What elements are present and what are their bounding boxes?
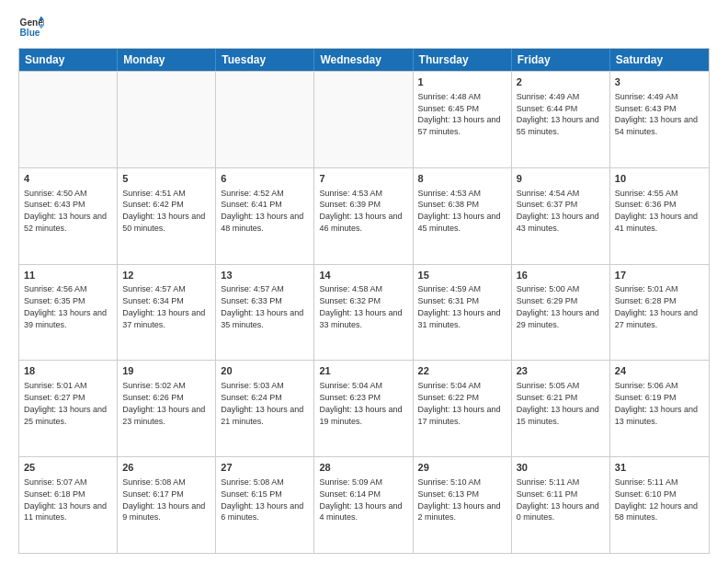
day-number: 8 xyxy=(418,172,506,186)
cell-info: Sunrise: 4:48 AMSunset: 6:45 PMDaylight:… xyxy=(418,92,501,136)
page-header: General Blue xyxy=(18,15,710,40)
day-number: 6 xyxy=(221,172,309,186)
calendar-row-1: 1Sunrise: 4:48 AMSunset: 6:45 PMDaylight… xyxy=(19,71,709,167)
svg-text:Blue: Blue xyxy=(20,28,40,38)
cell-info: Sunrise: 5:08 AMSunset: 6:15 PMDaylight:… xyxy=(221,477,303,522)
calendar-cell-27: 27Sunrise: 5:08 AMSunset: 6:15 PMDayligh… xyxy=(216,457,314,553)
cell-info: Sunrise: 5:02 AMSunset: 6:26 PMDaylight:… xyxy=(122,381,205,425)
day-number: 7 xyxy=(319,172,407,186)
calendar-header: SundayMondayTuesdayWednesdayThursdayFrid… xyxy=(19,49,709,71)
cell-info: Sunrise: 4:53 AMSunset: 6:38 PMDaylight:… xyxy=(418,189,501,233)
calendar-row-4: 18Sunrise: 5:01 AMSunset: 6:27 PMDayligh… xyxy=(19,360,709,456)
weekday-header-saturday: Saturday xyxy=(610,49,709,71)
weekday-header-sunday: Sunday xyxy=(19,49,118,71)
weekday-header-monday: Monday xyxy=(118,49,216,71)
day-number: 2 xyxy=(517,75,605,89)
cell-info: Sunrise: 4:51 AMSunset: 6:42 PMDaylight:… xyxy=(122,189,205,233)
day-number: 17 xyxy=(615,269,704,282)
day-number: 16 xyxy=(517,269,605,282)
day-number: 24 xyxy=(615,364,704,378)
cell-info: Sunrise: 4:54 AMSunset: 6:37 PMDaylight:… xyxy=(517,189,599,233)
cell-info: Sunrise: 5:04 AMSunset: 6:23 PMDaylight:… xyxy=(319,381,402,425)
day-number: 10 xyxy=(615,172,704,186)
calendar-cell-26: 26Sunrise: 5:08 AMSunset: 6:17 PMDayligh… xyxy=(118,457,216,553)
calendar-cell-13: 13Sunrise: 4:57 AMSunset: 6:33 PMDayligh… xyxy=(216,265,314,361)
cell-info: Sunrise: 4:49 AMSunset: 6:43 PMDaylight:… xyxy=(615,92,698,136)
weekday-header-friday: Friday xyxy=(512,49,610,71)
calendar-body: 1Sunrise: 4:48 AMSunset: 6:45 PMDaylight… xyxy=(19,71,709,553)
cell-info: Sunrise: 4:52 AMSunset: 6:41 PMDaylight:… xyxy=(221,189,303,233)
calendar-cell-1: 1Sunrise: 4:48 AMSunset: 6:45 PMDaylight… xyxy=(414,72,512,167)
cell-info: Sunrise: 4:49 AMSunset: 6:44 PMDaylight:… xyxy=(517,92,599,136)
calendar-cell-11: 11Sunrise: 4:56 AMSunset: 6:35 PMDayligh… xyxy=(19,265,118,361)
cell-info: Sunrise: 5:06 AMSunset: 6:19 PMDaylight:… xyxy=(615,381,698,425)
calendar-cell-4: 4Sunrise: 4:50 AMSunset: 6:43 PMDaylight… xyxy=(19,168,118,264)
day-number: 26 xyxy=(122,461,210,475)
calendar-cell-15: 15Sunrise: 4:59 AMSunset: 6:31 PMDayligh… xyxy=(414,265,512,361)
calendar-row-2: 4Sunrise: 4:50 AMSunset: 6:43 PMDaylight… xyxy=(19,167,709,264)
calendar-cell-17: 17Sunrise: 5:01 AMSunset: 6:28 PMDayligh… xyxy=(610,265,709,361)
day-number: 28 xyxy=(319,461,407,475)
weekday-header-tuesday: Tuesday xyxy=(216,49,314,71)
cell-info: Sunrise: 4:56 AMSunset: 6:35 PMDaylight:… xyxy=(24,284,107,328)
day-number: 31 xyxy=(615,461,704,475)
day-number: 25 xyxy=(24,461,112,475)
calendar-cell-7: 7Sunrise: 4:53 AMSunset: 6:39 PMDaylight… xyxy=(314,168,413,264)
day-number: 20 xyxy=(221,364,309,378)
day-number: 3 xyxy=(615,75,704,89)
cell-info: Sunrise: 4:53 AMSunset: 6:39 PMDaylight:… xyxy=(319,189,402,233)
calendar-cell-24: 24Sunrise: 5:06 AMSunset: 6:19 PMDayligh… xyxy=(610,361,709,456)
calendar-cell-31: 31Sunrise: 5:11 AMSunset: 6:10 PMDayligh… xyxy=(610,457,709,553)
calendar-cell-28: 28Sunrise: 5:09 AMSunset: 6:14 PMDayligh… xyxy=(314,457,413,553)
calendar-cell-8: 8Sunrise: 4:53 AMSunset: 6:38 PMDaylight… xyxy=(414,168,512,264)
logo-icon: General Blue xyxy=(18,15,44,40)
cell-info: Sunrise: 5:08 AMSunset: 6:17 PMDaylight:… xyxy=(122,477,205,522)
calendar-cell-empty-0-3 xyxy=(314,72,413,167)
calendar-cell-30: 30Sunrise: 5:11 AMSunset: 6:11 PMDayligh… xyxy=(512,457,610,553)
cell-info: Sunrise: 5:03 AMSunset: 6:24 PMDaylight:… xyxy=(221,381,303,425)
cell-info: Sunrise: 5:01 AMSunset: 6:27 PMDaylight:… xyxy=(24,381,107,425)
day-number: 30 xyxy=(517,461,605,475)
calendar-cell-19: 19Sunrise: 5:02 AMSunset: 6:26 PMDayligh… xyxy=(118,361,216,456)
day-number: 21 xyxy=(319,364,407,378)
day-number: 4 xyxy=(24,172,112,186)
cell-info: Sunrise: 5:11 AMSunset: 6:10 PMDaylight:… xyxy=(615,477,698,522)
day-number: 18 xyxy=(24,364,112,378)
cell-info: Sunrise: 4:55 AMSunset: 6:36 PMDaylight:… xyxy=(615,189,698,233)
day-number: 15 xyxy=(418,269,506,282)
cell-info: Sunrise: 5:05 AMSunset: 6:21 PMDaylight:… xyxy=(517,381,599,425)
cell-info: Sunrise: 5:04 AMSunset: 6:22 PMDaylight:… xyxy=(418,381,501,425)
logo: General Blue xyxy=(18,15,44,40)
calendar-cell-empty-0-2 xyxy=(216,72,314,167)
calendar-cell-empty-0-1 xyxy=(118,72,216,167)
cell-info: Sunrise: 4:50 AMSunset: 6:43 PMDaylight:… xyxy=(24,189,107,233)
calendar-row-5: 25Sunrise: 5:07 AMSunset: 6:18 PMDayligh… xyxy=(19,456,709,553)
calendar-cell-20: 20Sunrise: 5:03 AMSunset: 6:24 PMDayligh… xyxy=(216,361,314,456)
cell-info: Sunrise: 5:11 AMSunset: 6:11 PMDaylight:… xyxy=(517,477,599,522)
weekday-header-thursday: Thursday xyxy=(414,49,512,71)
day-number: 12 xyxy=(122,269,210,282)
calendar-cell-6: 6Sunrise: 4:52 AMSunset: 6:41 PMDaylight… xyxy=(216,168,314,264)
cell-info: Sunrise: 5:09 AMSunset: 6:14 PMDaylight:… xyxy=(319,477,402,522)
calendar-cell-25: 25Sunrise: 5:07 AMSunset: 6:18 PMDayligh… xyxy=(19,457,118,553)
cell-info: Sunrise: 4:57 AMSunset: 6:34 PMDaylight:… xyxy=(122,284,205,328)
day-number: 19 xyxy=(122,364,210,378)
day-number: 14 xyxy=(319,269,407,282)
day-number: 29 xyxy=(418,461,506,475)
day-number: 23 xyxy=(517,364,605,378)
calendar-cell-21: 21Sunrise: 5:04 AMSunset: 6:23 PMDayligh… xyxy=(314,361,413,456)
cell-info: Sunrise: 4:57 AMSunset: 6:33 PMDaylight:… xyxy=(221,284,303,328)
cell-info: Sunrise: 5:00 AMSunset: 6:29 PMDaylight:… xyxy=(517,284,599,328)
calendar-cell-3: 3Sunrise: 4:49 AMSunset: 6:43 PMDaylight… xyxy=(610,72,709,167)
day-number: 1 xyxy=(418,75,506,89)
cell-info: Sunrise: 4:58 AMSunset: 6:32 PMDaylight:… xyxy=(319,284,402,328)
calendar-cell-empty-0-0 xyxy=(19,72,118,167)
calendar-cell-22: 22Sunrise: 5:04 AMSunset: 6:22 PMDayligh… xyxy=(414,361,512,456)
day-number: 9 xyxy=(517,172,605,186)
day-number: 13 xyxy=(221,269,309,282)
calendar-cell-16: 16Sunrise: 5:00 AMSunset: 6:29 PMDayligh… xyxy=(512,265,610,361)
calendar-cell-12: 12Sunrise: 4:57 AMSunset: 6:34 PMDayligh… xyxy=(118,265,216,361)
cell-info: Sunrise: 5:01 AMSunset: 6:28 PMDaylight:… xyxy=(615,284,698,328)
calendar-cell-2: 2Sunrise: 4:49 AMSunset: 6:44 PMDaylight… xyxy=(512,72,610,167)
calendar-row-3: 11Sunrise: 4:56 AMSunset: 6:35 PMDayligh… xyxy=(19,264,709,361)
